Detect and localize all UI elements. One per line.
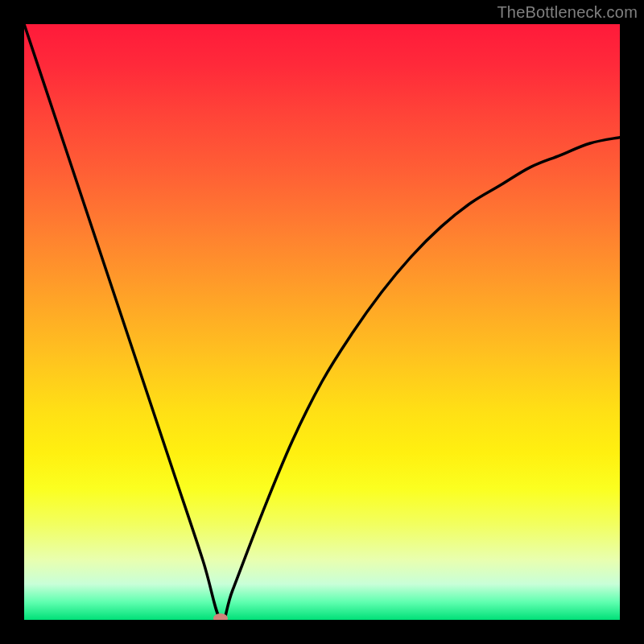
chart-frame: TheBottleneck.com [0, 0, 644, 644]
plot-area [24, 24, 620, 620]
bottleneck-curve [24, 24, 620, 620]
watermark-text: TheBottleneck.com [497, 3, 638, 22]
minimum-marker [213, 613, 228, 620]
